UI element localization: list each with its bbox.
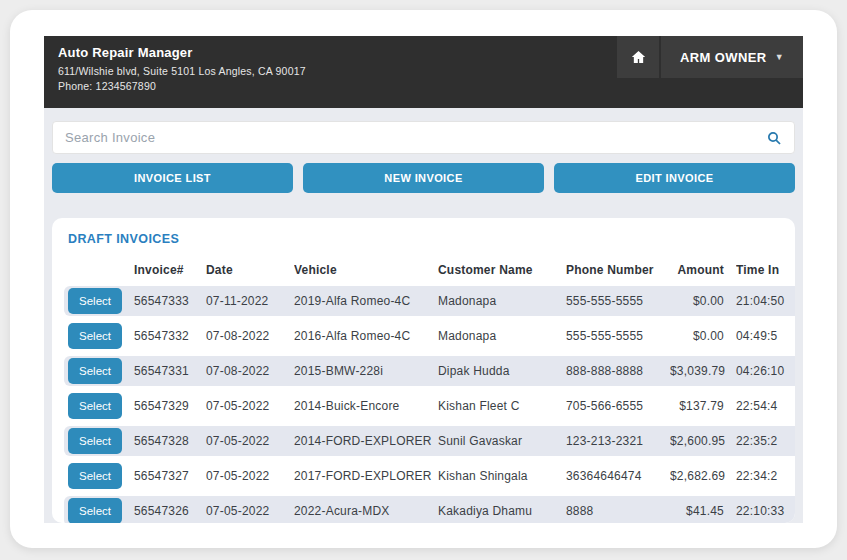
invoice-list-button[interactable]: INVOICE LIST [52,163,293,193]
cell-vehicle: 2022-Acura-MDX [294,496,438,523]
new-invoice-button[interactable]: NEW INVOICE [303,163,544,193]
cell-customer: Madonapa [438,286,566,316]
column-header: Amount [670,261,736,281]
cell-invoice: 56547328 [134,426,206,456]
column-header: Customer Name [438,261,566,281]
table-row: Select5654733307-11-20222019-Alfa Romeo-… [64,286,795,316]
app-title: Auto Repair Manager [58,45,306,60]
cell-customer: Kishan Shingala [438,461,566,491]
cell-invoice: 56547326 [134,496,206,523]
cell-time: 22:34:2 [736,461,795,491]
cell-select: Select [64,496,134,523]
cell-select: Select [64,321,134,351]
table-row: Select5654733207-08-20222016-Alfa Romeo-… [64,321,795,351]
cell-select: Select [64,356,134,386]
cell-amount: $0.00 [670,321,736,351]
select-button[interactable]: Select [68,288,122,314]
select-button[interactable]: Select [68,498,122,523]
home-button[interactable] [617,36,659,78]
cell-phone: 888-888-8888 [566,356,670,386]
cell-customer: Sunil Gavaskar [438,426,566,456]
cell-time: 22:35:2 [736,426,795,456]
cell-time: 04:49:5 [736,321,795,351]
app-region: Auto Repair Manager 611/Wilshie blvd, Su… [44,36,803,523]
cell-phone: 705-566-6555 [566,391,670,421]
select-button[interactable]: Select [68,358,122,384]
edit-invoice-button[interactable]: EDIT INVOICE [554,163,795,193]
column-header: Date [206,261,294,281]
column-header [64,261,134,281]
cell-date: 07-05-2022 [206,426,294,456]
cell-amount: $137.79 [670,391,736,421]
table-header-row: Invoice#DateVehicleCustomer NamePhone Nu… [64,261,795,281]
cell-phone: 36364646474 [566,461,670,491]
cell-vehicle: 2014-Buick-Encore [294,391,438,421]
cell-date: 07-05-2022 [206,461,294,491]
cell-select: Select [64,426,134,456]
cell-phone: 555-555-5555 [566,321,670,351]
cell-amount: $0.00 [670,286,736,316]
nav-button-row: INVOICE LIST NEW INVOICE EDIT INVOICE [52,163,795,193]
select-button[interactable]: Select [68,323,122,349]
home-icon [630,49,647,65]
user-menu-label: ARM OWNER [680,50,767,65]
header-actions: ARM OWNER ▼ [617,36,803,108]
table-row: Select5654732807-05-20222014-FORD-EXPLOR… [64,426,795,456]
select-button[interactable]: Select [68,428,122,454]
cell-customer: Dipak Hudda [438,356,566,386]
app-window: Auto Repair Manager 611/Wilshie blvd, Su… [10,10,837,548]
cell-date: 07-08-2022 [206,321,294,351]
search-icon[interactable] [754,130,794,146]
cell-vehicle: 2016-Alfa Romeo-4C [294,321,438,351]
cell-amount: $2,600.95 [670,426,736,456]
invoice-table: Invoice#DateVehicleCustomer NamePhone Nu… [64,256,795,523]
cell-time: 22:10:33 [736,496,795,523]
table-row: Select5654732607-05-20222022-Acura-MDXKa… [64,496,795,523]
select-button[interactable]: Select [68,393,122,419]
cell-time: 04:26:10 [736,356,795,386]
main-content: INVOICE LIST NEW INVOICE EDIT INVOICE DR… [44,108,803,523]
cell-date: 07-05-2022 [206,391,294,421]
invoice-table-wrap: Invoice#DateVehicleCustomer NamePhone Nu… [64,256,795,523]
cell-invoice: 56547331 [134,356,206,386]
cell-vehicle: 2019-Alfa Romeo-4C [294,286,438,316]
cell-invoice: 56547327 [134,461,206,491]
cell-select: Select [64,461,134,491]
cell-phone: 555-555-5555 [566,286,670,316]
cell-invoice: 56547332 [134,321,206,351]
cell-date: 07-08-2022 [206,356,294,386]
cell-select: Select [64,286,134,316]
chevron-down-icon: ▼ [775,52,784,62]
invoice-table-body: Select5654733307-11-20222019-Alfa Romeo-… [64,286,795,523]
cell-date: 07-05-2022 [206,496,294,523]
cell-invoice: 56547329 [134,391,206,421]
cell-invoice: 56547333 [134,286,206,316]
shop-phone: Phone: 1234567890 [58,80,306,92]
cell-amount: $3,039.79 [670,356,736,386]
cell-select: Select [64,391,134,421]
cell-customer: Madonapa [438,321,566,351]
cell-customer: Kishan Fleet C [438,391,566,421]
table-row: Select5654733107-08-20222015-BMW-228iDip… [64,356,795,386]
app-header: Auto Repair Manager 611/Wilshie blvd, Su… [44,36,803,108]
cell-phone: 8888 [566,496,670,523]
table-row: Select5654732707-05-20222017-FORD-EXPLOR… [64,461,795,491]
cell-time: 21:04:50 [736,286,795,316]
cell-amount: $41.45 [670,496,736,523]
column-header: Time In [736,261,795,281]
search-bar [52,121,795,154]
brand-block: Auto Repair Manager 611/Wilshie blvd, Su… [44,36,306,108]
draft-invoices-card: DRAFT INVOICES Invoice#DateVehicleCustom… [52,218,795,523]
cell-vehicle: 2014-FORD-EXPLORER [294,426,438,456]
cell-customer: Kakadiya Dhamu [438,496,566,523]
column-header: Invoice# [134,261,206,281]
column-header: Phone Number [566,261,670,281]
cell-vehicle: 2015-BMW-228i [294,356,438,386]
shop-address: 611/Wilshie blvd, Suite 5101 Los Angles,… [58,65,306,77]
select-button[interactable]: Select [68,463,122,489]
cell-time: 22:54:4 [736,391,795,421]
cell-phone: 123-213-2321 [566,426,670,456]
user-menu-button[interactable]: ARM OWNER ▼ [661,36,803,78]
search-input[interactable] [53,130,754,145]
column-header: Vehicle [294,261,438,281]
